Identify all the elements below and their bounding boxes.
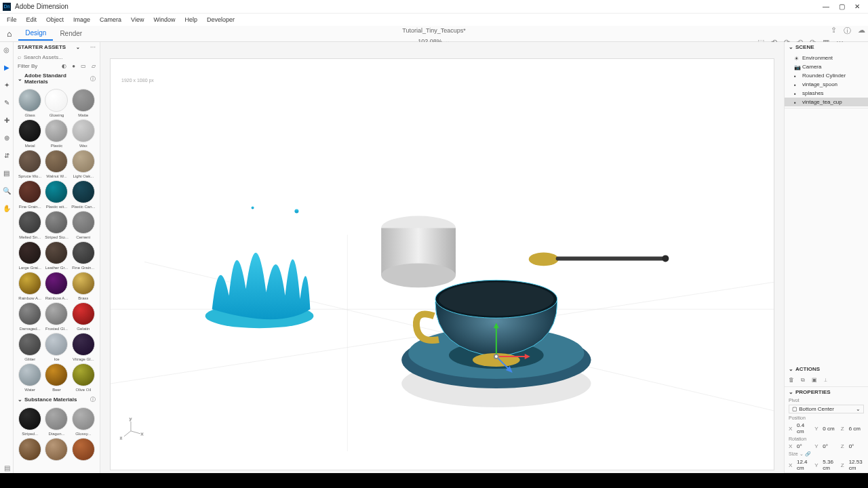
- info-icon[interactable]: ⓘ: [90, 75, 96, 83]
- svg-point-18: [439, 282, 554, 316]
- menu-help[interactable]: Help: [180, 15, 201, 24]
- tab-render[interactable]: Render: [53, 27, 89, 40]
- chevron-down-icon[interactable]: ⌄: [18, 76, 22, 82]
- zoom-tool-icon[interactable]: 🔍: [2, 186, 12, 195]
- material-swatch[interactable]: Striped Sto...: [44, 211, 68, 239]
- material-swatch[interactable]: Glitter: [18, 333, 42, 361]
- material-swatch[interactable]: Beer: [44, 363, 68, 392]
- axis-indicator-icon: y x z: [120, 417, 143, 440]
- scene-item[interactable]: ☀Environment: [785, 54, 868, 62]
- scene-item[interactable]: ▪vintage_spoon: [785, 80, 868, 89]
- select-tool-icon[interactable]: ▶: [2, 62, 12, 72]
- menu-edit[interactable]: Edit: [22, 15, 41, 24]
- share-icon[interactable]: ⇪: [831, 26, 837, 36]
- filter-shape-icon[interactable]: ◐: [62, 63, 66, 69]
- asset-panel-title[interactable]: STARTER ASSETS: [18, 44, 66, 50]
- panel-toggle-icon[interactable]: ▤: [4, 464, 10, 472]
- material-swatch[interactable]: Leather Gr...: [44, 241, 68, 270]
- material-swatch[interactable]: Diagon...: [44, 407, 68, 436]
- rot-x[interactable]: 0°: [797, 443, 812, 449]
- cloud-icon[interactable]: ☁: [858, 26, 865, 36]
- rot-y[interactable]: 0°: [823, 443, 837, 449]
- material-swatch[interactable]: [44, 438, 68, 462]
- material-swatch[interactable]: Plastic: [44, 119, 68, 148]
- scene-item[interactable]: ▪vintage_tea_cup: [785, 98, 868, 106]
- material-swatch[interactable]: Brass: [71, 272, 96, 300]
- menu-camera[interactable]: Camera: [96, 15, 125, 24]
- size-z[interactable]: 12.53 cm: [849, 459, 864, 471]
- scene-item[interactable]: ▪splashes: [785, 89, 868, 98]
- material-swatch[interactable]: Olive Oil: [71, 363, 96, 392]
- material-swatch[interactable]: Plastic Can...: [71, 180, 96, 209]
- material-swatch[interactable]: Matte: [71, 89, 96, 117]
- material-swatch[interactable]: Plastic wit...: [44, 180, 68, 209]
- close-icon[interactable]: ✕: [854, 3, 860, 10]
- size-y[interactable]: 5.36 cm: [823, 459, 837, 471]
- duplicate-icon[interactable]: ⧉: [801, 377, 805, 384]
- sampler-tool-icon[interactable]: ✚: [2, 115, 12, 125]
- material-swatch[interactable]: Glowing: [44, 89, 68, 117]
- add-tool-icon[interactable]: ⊕: [2, 133, 12, 142]
- chevron-down-icon[interactable]: ⌄: [18, 396, 22, 403]
- material-swatch[interactable]: Glossy...: [71, 407, 96, 436]
- material-swatch[interactable]: Metal: [18, 119, 42, 148]
- pos-z[interactable]: 6 cm: [849, 426, 864, 432]
- align-tool-icon[interactable]: ▤: [2, 168, 12, 178]
- material-swatch[interactable]: Cement: [71, 211, 96, 239]
- material-swatch[interactable]: Striped...: [18, 407, 42, 436]
- ruler-tool-icon[interactable]: ⇵: [2, 150, 12, 160]
- wand-tool-icon[interactable]: ✎: [2, 98, 12, 107]
- pos-y[interactable]: 0 cm: [823, 426, 837, 432]
- search-box[interactable]: ⌕: [14, 52, 100, 62]
- group-icon[interactable]: ▣: [812, 377, 817, 384]
- material-swatch[interactable]: Vitrage Gl...: [71, 333, 96, 361]
- menu-window[interactable]: Window: [149, 15, 179, 24]
- material-swatch[interactable]: Spruce Wo...: [18, 150, 42, 178]
- material-swatch[interactable]: Frosted Gl...: [44, 302, 68, 331]
- filter-material-icon[interactable]: ●: [72, 63, 75, 69]
- material-swatch[interactable]: Ice: [44, 333, 68, 361]
- minimize-icon[interactable]: —: [823, 3, 829, 10]
- material-swatch[interactable]: Damaged...: [18, 302, 42, 331]
- target-tool-icon[interactable]: ◎: [2, 45, 12, 54]
- material-swatch[interactable]: Rainbow A...: [44, 272, 68, 300]
- pos-x[interactable]: 0.4 cm: [797, 422, 812, 434]
- material-swatch[interactable]: Walnut W...: [44, 150, 68, 178]
- rot-z[interactable]: 0°: [849, 443, 864, 449]
- maximize-icon[interactable]: ▢: [839, 3, 845, 10]
- size-x[interactable]: 12.4 cm: [797, 459, 812, 471]
- material-swatch[interactable]: Wax: [71, 119, 96, 148]
- menu-file[interactable]: File: [3, 15, 21, 24]
- pivot-select[interactable]: ▢ Bottom Center⌄: [789, 405, 864, 413]
- menu-object[interactable]: Object: [42, 15, 68, 24]
- panel-options-icon[interactable]: ⋯: [90, 44, 96, 50]
- menu-image[interactable]: Image: [69, 15, 94, 24]
- help-icon[interactable]: ⓘ: [844, 26, 851, 36]
- menu-view[interactable]: View: [127, 15, 148, 24]
- material-swatch[interactable]: Large Grai...: [18, 241, 42, 270]
- material-swatch[interactable]: Light Oak...: [71, 150, 96, 178]
- menu-developer[interactable]: Developer: [203, 15, 239, 24]
- material-swatch[interactable]: [71, 438, 96, 462]
- scene-item[interactable]: 📷Camera: [785, 62, 868, 71]
- material-swatch[interactable]: Gelatin: [71, 302, 96, 331]
- info-icon[interactable]: ⓘ: [90, 396, 96, 403]
- material-swatch[interactable]: Water: [18, 363, 42, 392]
- material-swatch[interactable]: Glass: [18, 89, 42, 117]
- material-swatch[interactable]: Fine Grain...: [71, 241, 96, 270]
- viewport[interactable]: 1920 x 1080 px: [100, 42, 784, 473]
- material-swatch[interactable]: Fine Grain...: [18, 180, 42, 209]
- filter-image-icon[interactable]: ▱: [92, 63, 96, 69]
- material-swatch[interactable]: [18, 438, 42, 462]
- delete-icon[interactable]: 🗑: [789, 377, 794, 384]
- align-ground-icon[interactable]: ⟂: [824, 377, 827, 384]
- tab-design[interactable]: Design: [18, 26, 53, 41]
- material-swatch[interactable]: Rainbow A...: [18, 272, 42, 300]
- filter-light-icon[interactable]: ▭: [81, 63, 86, 69]
- scene-item[interactable]: ▪Rounded Cylinder: [785, 71, 868, 80]
- move-tool-icon[interactable]: ✦: [2, 80, 12, 89]
- home-icon[interactable]: ⌂: [0, 29, 18, 39]
- hand-tool-icon[interactable]: ✋: [2, 203, 12, 213]
- material-swatch[interactable]: Melted Sn...: [18, 211, 42, 239]
- search-input[interactable]: [24, 54, 96, 60]
